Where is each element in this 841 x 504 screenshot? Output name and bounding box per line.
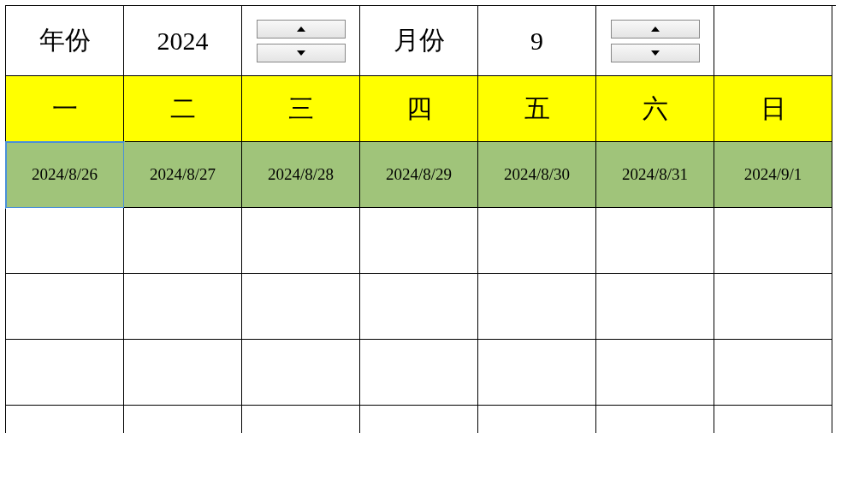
empty-cell[interactable] — [124, 340, 242, 406]
empty-cell[interactable] — [360, 274, 478, 340]
year-spinner-cell — [242, 6, 360, 76]
month-spinner-down-button[interactable] — [611, 44, 700, 62]
empty-cell[interactable] — [360, 406, 478, 433]
empty-cell[interactable] — [596, 274, 714, 340]
date-cell[interactable]: 2024/9/1 — [714, 142, 832, 208]
date-cell[interactable]: 2024/8/26 — [6, 142, 124, 208]
empty-cell[interactable] — [478, 274, 596, 340]
date-cell[interactable]: 2024/8/31 — [596, 142, 714, 208]
year-spinner-down-button[interactable] — [257, 44, 346, 62]
svg-marker-3 — [651, 50, 660, 56]
weekday-mon[interactable]: 一 — [6, 76, 124, 142]
empty-cell[interactable] — [6, 340, 124, 406]
weekday-thu[interactable]: 四 — [360, 76, 478, 142]
empty-cell[interactable] — [360, 208, 478, 274]
date-cell[interactable]: 2024/8/29 — [360, 142, 478, 208]
triangle-up-icon — [650, 26, 660, 33]
year-label: 年份 — [39, 23, 91, 58]
month-label: 月份 — [394, 23, 445, 58]
empty-cell[interactable] — [478, 340, 596, 406]
empty-cell[interactable] — [478, 208, 596, 274]
month-spinner-cell — [596, 6, 714, 76]
weekday-wed[interactable]: 三 — [242, 76, 360, 142]
empty-cell[interactable] — [714, 274, 832, 340]
empty-cell[interactable] — [242, 274, 360, 340]
empty-cell[interactable] — [6, 208, 124, 274]
year-spinner-up-button[interactable] — [257, 20, 346, 39]
empty-cell[interactable] — [6, 406, 124, 433]
svg-marker-1 — [297, 50, 305, 56]
triangle-down-icon — [650, 50, 660, 56]
month-value: 9 — [530, 27, 543, 56]
weekday-sun[interactable]: 日 — [714, 76, 832, 142]
month-spinner-up-button[interactable] — [611, 20, 700, 39]
month-spinner — [611, 20, 700, 62]
month-label-cell: 月份 — [360, 6, 478, 76]
empty-cell[interactable] — [596, 340, 714, 406]
year-value-cell[interactable]: 2024 — [124, 6, 242, 76]
empty-cell[interactable] — [242, 340, 360, 406]
empty-cell[interactable] — [596, 208, 714, 274]
empty-cell[interactable] — [124, 208, 242, 274]
triangle-down-icon — [296, 50, 306, 56]
year-label-cell: 年份 — [6, 6, 124, 76]
empty-cell[interactable] — [596, 406, 714, 433]
empty-cell[interactable] — [124, 406, 242, 433]
weekday-tue[interactable]: 二 — [124, 76, 242, 142]
empty-cell[interactable] — [714, 340, 832, 406]
date-cell[interactable]: 2024/8/28 — [242, 142, 360, 208]
empty-cell[interactable] — [714, 208, 832, 274]
date-cell[interactable]: 2024/8/27 — [124, 142, 242, 208]
svg-marker-0 — [297, 27, 305, 32]
date-cell[interactable]: 2024/8/30 — [478, 142, 596, 208]
weekday-fri[interactable]: 五 — [478, 76, 596, 142]
empty-cell[interactable] — [714, 406, 832, 433]
month-value-cell[interactable]: 9 — [478, 6, 596, 76]
empty-cell[interactable] — [242, 208, 360, 274]
empty-cell[interactable] — [6, 274, 124, 340]
empty-header-cell[interactable] — [714, 6, 832, 76]
weekday-sat[interactable]: 六 — [596, 76, 714, 142]
svg-marker-2 — [651, 27, 660, 32]
year-value: 2024 — [157, 27, 209, 56]
empty-cell[interactable] — [360, 340, 478, 406]
triangle-up-icon — [296, 26, 306, 33]
empty-cell[interactable] — [478, 406, 596, 433]
empty-cell[interactable] — [242, 406, 360, 433]
year-spinner — [257, 20, 346, 62]
empty-cell[interactable] — [124, 274, 242, 340]
